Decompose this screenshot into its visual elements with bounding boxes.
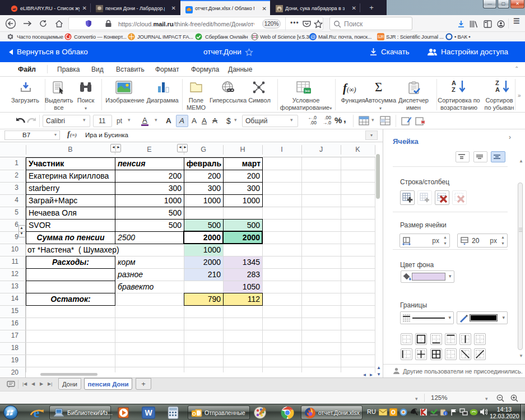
svg-text:@: @ <box>310 34 315 40</box>
svg-text:O: O <box>192 411 196 417</box>
svg-text:>=: >= <box>305 88 310 94</box>
svg-text:SJR: SJR <box>378 35 384 39</box>
svg-text:W: W <box>145 408 152 417</box>
svg-text:O: O <box>391 409 396 416</box>
svg-text:e: e <box>34 405 40 420</box>
